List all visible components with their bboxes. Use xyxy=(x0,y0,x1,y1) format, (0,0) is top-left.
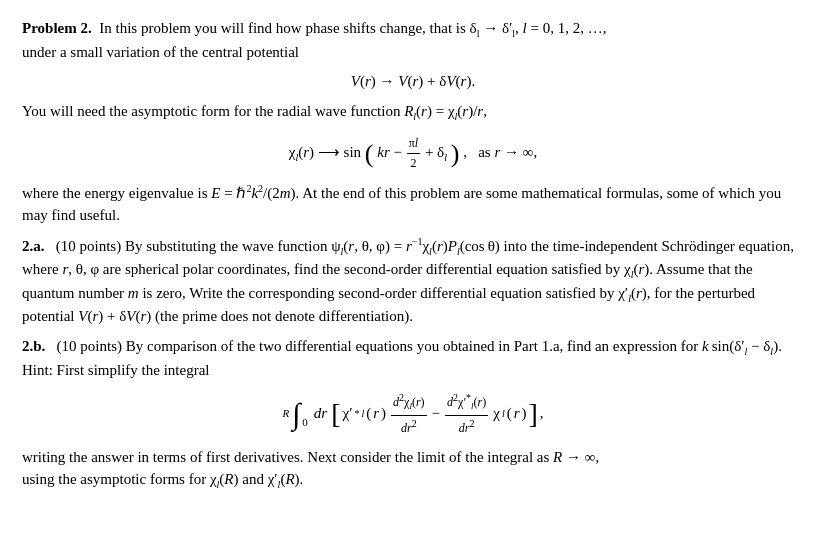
integral-equation: R ∫ 0 dr [ χ′*l(r) d2χl(r) dr2 − d2χ′*l(… xyxy=(22,391,804,437)
integral-follow-text: writing the answer in terms of first der… xyxy=(22,447,804,492)
section-2b-label: 2.b. xyxy=(22,338,45,354)
page-content: Problem 2. In this problem you will find… xyxy=(22,18,804,492)
chi-equation: χl(r) ⟶ sin ( kr − πl 2 + δl ) , as r → … xyxy=(22,135,804,173)
energy-eigenvalue-text: where the energy eigenvalue is E = ℏ2k2/… xyxy=(22,182,804,227)
problem-title: Problem 2. xyxy=(22,20,92,36)
integral-sign: ∫ xyxy=(292,399,300,429)
second-deriv-frac-2: d2χ′*l(r) dr2 xyxy=(445,391,488,437)
asymptotic-text: You will need the asymptotic form for th… xyxy=(22,101,804,125)
section-2a-label: 2.a. xyxy=(22,238,45,254)
section-2b: 2.b. (10 points) By comparison of the tw… xyxy=(22,336,804,381)
bracket-right: ] xyxy=(529,394,538,435)
bracket-left: [ xyxy=(331,394,340,435)
problem-intro: Problem 2. In this problem you will find… xyxy=(22,18,804,63)
potential-equation: V(r) → V(r) + δV(r). xyxy=(22,71,804,93)
section-2a: 2.a. (10 points) By substituting the wav… xyxy=(22,235,804,328)
pi-l-frac: πl 2 xyxy=(407,135,420,173)
second-deriv-frac-1: d2χl(r) dr2 xyxy=(391,391,427,437)
